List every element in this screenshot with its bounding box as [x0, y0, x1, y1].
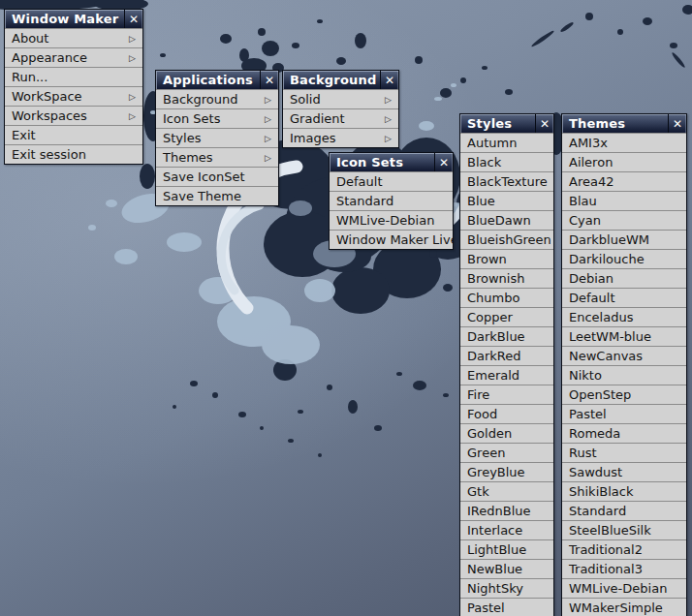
- menu-item-label: Icon Sets: [163, 111, 220, 126]
- menu-item[interactable]: Exit session: [5, 144, 142, 164]
- menu-themes-titlebar[interactable]: Themes ✕: [562, 114, 686, 133]
- menu-item[interactable]: Appearance ▷: [5, 47, 142, 67]
- menu-item-label: Standard: [569, 504, 626, 518]
- menu-item-label: Exit session: [12, 147, 86, 162]
- menu-item-label: Enceladus: [569, 310, 633, 324]
- menu-item[interactable]: Default: [330, 171, 453, 191]
- menu-item[interactable]: Brown: [460, 249, 553, 268]
- menu-item[interactable]: BlackTexture: [460, 171, 553, 191]
- menu-item[interactable]: Save IconSet: [156, 167, 278, 186]
- menu-item[interactable]: DarkBlue: [460, 326, 553, 346]
- menu-item[interactable]: Enceladus: [562, 307, 686, 326]
- menu-window-maker-titlebar[interactable]: Window Maker ✕: [5, 10, 142, 28]
- menu-applications: Applications ✕ Background ▷ Icon Sets ▷ …: [155, 70, 279, 206]
- close-button[interactable]: ✕: [380, 71, 398, 89]
- close-button[interactable]: ✕: [535, 114, 553, 133]
- submenu-arrow-icon: ▷: [123, 53, 136, 63]
- menu-item[interactable]: Green: [460, 443, 553, 462]
- menu-item[interactable]: Black: [460, 152, 553, 171]
- menu-item[interactable]: Blau: [562, 191, 686, 210]
- menu-item[interactable]: DarkRed: [460, 346, 553, 365]
- desktop[interactable]: Window Maker ✕ About ▷ Appearance ▷ Run.…: [0, 0, 692, 616]
- menu-item[interactable]: Brownish: [460, 268, 553, 288]
- menu-item[interactable]: Area42: [562, 171, 686, 191]
- menu-item[interactable]: Icon Sets ▷: [156, 108, 278, 128]
- menu-item[interactable]: Autumn: [460, 133, 553, 152]
- menu-item[interactable]: Exit: [5, 125, 142, 144]
- menu-item[interactable]: LightBlue: [460, 539, 553, 559]
- menu-item[interactable]: IRednBlue: [460, 501, 553, 520]
- menu-item[interactable]: SteelBlueSilk: [562, 520, 686, 539]
- menu-item[interactable]: Background ▷: [156, 89, 278, 108]
- menu-item-label: Styles: [163, 131, 201, 145]
- menu-item[interactable]: Cyan: [562, 210, 686, 230]
- close-icon: ✕: [540, 118, 550, 130]
- menu-item[interactable]: Run...: [5, 67, 142, 86]
- menu-item[interactable]: Solid ▷: [283, 89, 398, 108]
- menu-item[interactable]: Sawdust: [562, 462, 686, 481]
- menu-item[interactable]: Chumbo: [460, 288, 553, 307]
- menu-item[interactable]: Window Maker Live: [330, 230, 453, 249]
- menu-item[interactable]: Workspaces ▷: [5, 106, 142, 125]
- menu-item[interactable]: Save Theme: [156, 186, 278, 205]
- menu-item[interactable]: Themes ▷: [156, 147, 278, 167]
- menu-item-label: Background: [163, 92, 238, 107]
- menu-item[interactable]: DarkblueWM: [562, 230, 686, 249]
- menu-item-label: Romeda: [569, 426, 620, 441]
- menu-item[interactable]: BlueishGreen: [460, 230, 553, 249]
- menu-item[interactable]: Emerald: [460, 365, 553, 385]
- menu-applications-titlebar[interactable]: Applications ✕: [156, 71, 278, 89]
- menu-item[interactable]: WMakerSimple: [562, 598, 686, 616]
- menu-item[interactable]: Interlace: [460, 520, 553, 539]
- menu-item[interactable]: Traditional2: [562, 539, 686, 559]
- menu-item[interactable]: Golden: [460, 423, 553, 443]
- close-icon: ✕: [129, 14, 139, 25]
- menu-item[interactable]: Nikto: [562, 365, 686, 385]
- submenu-arrow-icon: ▷: [123, 92, 136, 102]
- close-button[interactable]: ✕: [260, 71, 278, 89]
- menu-item-label: NewCanvas: [569, 349, 643, 363]
- menu-item[interactable]: BlueDawn: [460, 210, 553, 230]
- menu-item[interactable]: Rust: [562, 443, 686, 462]
- menu-icon-sets-titlebar[interactable]: Icon Sets ✕: [330, 153, 453, 171]
- close-button[interactable]: ✕: [668, 114, 686, 133]
- menu-item[interactable]: ShikiBlack: [562, 481, 686, 501]
- menu-item[interactable]: WMLive-Debian: [562, 578, 686, 598]
- menu-item-label: Workspaces: [12, 108, 87, 123]
- menu-item[interactable]: WorkSpace ▷: [5, 86, 142, 106]
- menu-item[interactable]: Fire: [460, 385, 553, 404]
- menu-item[interactable]: Blue: [460, 191, 553, 210]
- menu-item[interactable]: Styles ▷: [156, 128, 278, 147]
- close-button[interactable]: ✕: [434, 153, 453, 171]
- menu-item[interactable]: GreyBlue: [460, 462, 553, 481]
- menu-item-label: Themes: [163, 150, 213, 165]
- menu-item-label: Brown: [467, 252, 507, 266]
- menu-item[interactable]: WMLive-Debian: [330, 210, 453, 230]
- menu-item[interactable]: Standard: [562, 501, 686, 520]
- menu-item[interactable]: Food: [460, 404, 553, 423]
- close-button[interactable]: ✕: [124, 10, 142, 28]
- menu-item[interactable]: AMI3x: [562, 133, 686, 152]
- menu-item[interactable]: Debian: [562, 268, 686, 288]
- menu-item[interactable]: Pastel: [460, 598, 553, 616]
- menu-item[interactable]: NightSky: [460, 578, 553, 598]
- menu-item[interactable]: Romeda: [562, 423, 686, 443]
- menu-item[interactable]: OpenStep: [562, 385, 686, 404]
- menu-item[interactable]: Traditional3: [562, 559, 686, 578]
- menu-item[interactable]: Standard: [330, 191, 453, 210]
- menu-background-titlebar[interactable]: Background ✕: [283, 71, 398, 89]
- menu-item[interactable]: Copper: [460, 307, 553, 326]
- menu-item[interactable]: Default: [562, 288, 686, 307]
- menu-styles-titlebar[interactable]: Styles ✕: [460, 114, 553, 133]
- menu-item[interactable]: Aileron: [562, 152, 686, 171]
- menu-item[interactable]: Pastel: [562, 404, 686, 423]
- close-icon: ✕: [439, 157, 449, 169]
- menu-item[interactable]: NewCanvas: [562, 346, 686, 365]
- menu-item[interactable]: Gradient ▷: [283, 108, 398, 128]
- menu-item[interactable]: NewBlue: [460, 559, 553, 578]
- menu-item[interactable]: About ▷: [5, 28, 142, 47]
- menu-item[interactable]: Darkilouche: [562, 249, 686, 268]
- menu-item[interactable]: LeetWM-blue: [562, 326, 686, 346]
- menu-item[interactable]: Images ▷: [283, 128, 398, 147]
- menu-item[interactable]: Gtk: [460, 481, 553, 501]
